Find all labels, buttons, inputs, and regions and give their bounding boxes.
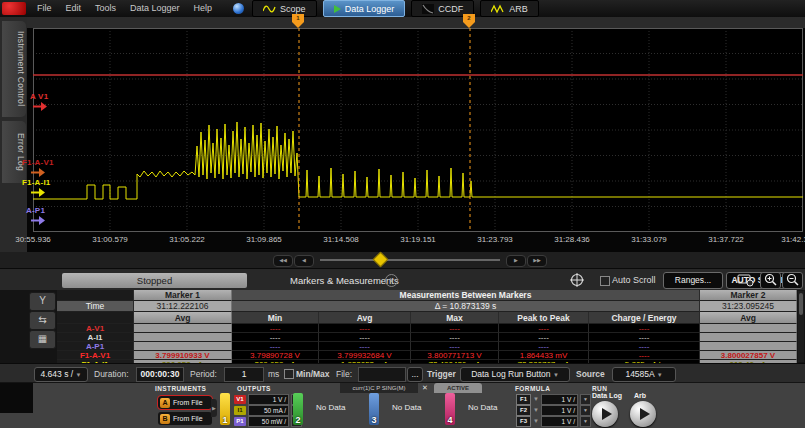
trigger-dropdown[interactable]: Data Log Run Button ▼ — [460, 367, 570, 382]
menu-file[interactable]: File — [30, 0, 59, 17]
x-tick: 31:05.222 — [169, 235, 205, 244]
grid-view-button[interactable]: ▦ — [29, 330, 56, 349]
p1-scale-field[interactable]: 50 mW / — [248, 416, 289, 427]
instrument-a-button[interactable]: A From File — [158, 396, 212, 409]
v1-badge[interactable]: V1 — [234, 395, 246, 404]
arb-run-button[interactable] — [630, 401, 656, 427]
f1-scale-dropdown[interactable]: ▼ — [580, 394, 591, 405]
cell: ---- — [411, 333, 499, 342]
x-tick: 31:00.579 — [92, 235, 128, 244]
period-field[interactable]: 1 — [224, 367, 264, 382]
browse-button[interactable]: ... — [407, 367, 423, 382]
minmax-checkbox[interactable] — [284, 369, 294, 379]
f2-scale-dropdown[interactable]: ▼ — [580, 405, 591, 416]
menu-data-logger[interactable]: Data Logger — [123, 0, 187, 17]
markers-measurements-title: Markers & Measurements — [290, 275, 399, 286]
f3-badge[interactable]: F3 — [516, 416, 531, 427]
scroll-handle[interactable] — [373, 252, 389, 268]
datalogger-app: File Edit Tools Data Logger Help Scope D… — [0, 0, 805, 428]
tab-arb[interactable]: ARB — [480, 0, 539, 17]
tab-scope[interactable]: Scope — [252, 0, 317, 17]
instrument-a-label: From File — [173, 399, 203, 406]
document-tab[interactable]: curr(1)C P SING(M) — [340, 383, 418, 393]
f2-scale-field[interactable]: 1 V / — [541, 405, 578, 416]
i1-scale-field[interactable]: 50 mA / — [248, 405, 289, 416]
collapse-chevron-icon[interactable]: ∨ — [385, 274, 398, 287]
cell: ---- — [589, 333, 700, 342]
zoom-window-icon[interactable] — [737, 273, 755, 291]
source-dropdown[interactable]: 14585A ▼ — [612, 367, 676, 382]
tab-data-logger-label: Data Logger — [345, 4, 395, 14]
marker-tool-button[interactable]: Y — [29, 292, 56, 311]
trace-ref-arrow-a-v1[interactable] — [33, 102, 47, 111]
f2-badge[interactable]: F2 — [516, 405, 531, 416]
waveform-plot[interactable] — [33, 28, 803, 232]
tab-arb-label: ARB — [509, 4, 528, 14]
cell: ---- — [411, 324, 499, 333]
duration-field[interactable]: 000:00:30 — [136, 367, 184, 382]
cell: ---- — [499, 333, 589, 342]
duration-label: Duration: — [94, 369, 129, 379]
time-per-div-dropdown[interactable]: 4.643 s / ▼ — [34, 367, 88, 382]
auto-scroll-label: Auto Scroll — [612, 275, 656, 285]
menu-help[interactable]: Help — [187, 0, 220, 17]
play-icon — [640, 408, 650, 420]
row-label-a-v1: A-V1 — [57, 324, 134, 333]
channel-2-status: No Data — [316, 403, 345, 412]
scroll-first-button[interactable]: ◀◀ — [273, 255, 293, 267]
trace-ref-arrow-a-p1[interactable] — [31, 216, 45, 225]
instrument-b-button[interactable]: B From File — [158, 412, 212, 425]
v1-scale-field[interactable]: 1 V / — [248, 394, 289, 405]
file-field[interactable] — [358, 367, 406, 382]
tab-close-icon[interactable]: ✕ — [420, 383, 430, 393]
trace-ref-arrow-f1-a-v1[interactable] — [31, 168, 45, 177]
marker1-stat-header: Avg — [134, 312, 232, 324]
p1-badge[interactable]: P1 — [234, 417, 246, 426]
trace-ref-arrow-f1-a-i1[interactable] — [31, 188, 45, 197]
row-label-a-p1: A-P1 — [57, 342, 134, 351]
scroll-next-button[interactable]: ▶ — [506, 255, 526, 267]
marker2-header: Marker 2 — [700, 290, 797, 301]
scroll-last-button[interactable]: ▶▶ — [527, 255, 547, 267]
menu-tools[interactable]: Tools — [88, 0, 123, 17]
zoom-in-button[interactable] — [760, 272, 781, 289]
i1-badge[interactable]: I1 — [234, 406, 246, 415]
play-icon — [334, 5, 341, 13]
f1-badge[interactable]: F1 — [516, 394, 531, 405]
ranges-button[interactable]: Ranges... — [663, 272, 723, 289]
cell: 3.79890728 V — [232, 351, 319, 360]
active-tab[interactable]: ACTIVE — [434, 383, 482, 393]
trigger-value: Data Log Run Button — [471, 369, 550, 379]
data-log-run-button[interactable] — [592, 401, 618, 427]
x-tick: 31:23.793 — [477, 235, 513, 244]
marker-crosshair-icon[interactable] — [570, 273, 584, 291]
instruments-header: INSTRUMENTS — [155, 385, 206, 392]
menu-edit[interactable]: Edit — [59, 0, 89, 17]
channel-3-number: 3 — [369, 415, 379, 425]
scroll-prev-button[interactable]: ◀ — [294, 255, 314, 267]
zoom-out-button[interactable] — [782, 272, 803, 289]
marker-handle-strip — [27, 17, 805, 28]
cursor-tool-button[interactable]: ⇆ — [29, 311, 56, 330]
info-icon[interactable] — [233, 3, 244, 14]
f3-scale-field[interactable]: 1 V / — [541, 416, 578, 427]
auto-scroll-checkbox[interactable] — [600, 276, 610, 286]
run-status-button[interactable]: Stopped — [62, 273, 247, 288]
sidebar-tab-error-log[interactable]: Error Log — [2, 121, 26, 183]
f1-scale-field[interactable]: 1 V / — [541, 394, 578, 405]
period-unit: ms — [268, 369, 279, 379]
table-scrollbar[interactable] — [798, 291, 804, 362]
cell: 3.800771713 V — [411, 351, 499, 360]
cell: ---- — [232, 342, 319, 351]
cell: 3.799910933 V — [134, 351, 232, 360]
cell: ---- — [319, 342, 411, 351]
cell — [700, 342, 797, 351]
tab-data-logger[interactable]: Data Logger — [323, 0, 406, 17]
markers-delta: Δ = 10.873139 s — [232, 301, 700, 312]
sidebar-tab-instrument-control[interactable]: Instrument Control — [2, 21, 26, 117]
measurements-table-zone: Y ⇆ ▦ Marker 1 Measurements Between Mark… — [0, 290, 805, 363]
instruments-expander[interactable]: ▶ — [211, 399, 217, 417]
scroll-track[interactable] — [320, 259, 500, 261]
trace-label-a-v1: A V1 — [30, 92, 48, 101]
f3-scale-dropdown[interactable]: ▼ — [580, 416, 591, 427]
